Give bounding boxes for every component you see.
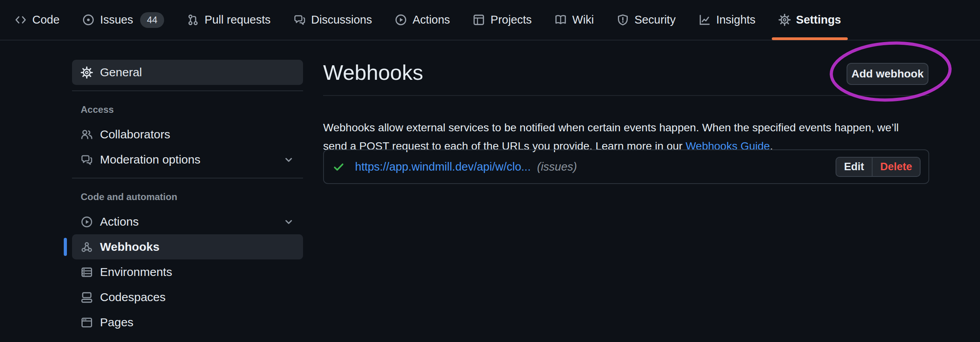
gear-icon [81, 66, 93, 79]
sidebar-item-actions[interactable]: Actions [72, 209, 303, 234]
sidebar-item-moderation-options[interactable]: Moderation options [72, 147, 303, 172]
tab-issues[interactable]: Issues 44 [82, 0, 164, 40]
title-divider [323, 95, 929, 96]
tab-insights[interactable]: Insights [699, 0, 756, 40]
check-icon [333, 161, 345, 173]
sidebar-item-webhooks-label: Webhooks [100, 240, 159, 254]
chevron-down-icon [283, 154, 294, 165]
sidebar-item-moderation-options-label: Moderation options [100, 153, 200, 166]
people-icon [81, 129, 93, 141]
sidebar-item-general[interactable]: General [72, 60, 303, 85]
webhook-icon [81, 241, 93, 253]
webhook-actions-group: Edit Delete [836, 157, 921, 177]
webhook-url-link[interactable]: https://app.windmill.dev/api/w/clo... [355, 160, 531, 173]
delete-webhook-button[interactable]: Delete [872, 158, 920, 176]
tab-pull-requests-label: Pull requests [205, 13, 271, 26]
tab-pull-requests[interactable]: Pull requests [187, 0, 271, 40]
tab-security[interactable]: Security [617, 0, 676, 40]
sidebar-section-code-and-automation: Code and automation [81, 190, 303, 204]
book-icon [555, 14, 567, 26]
sidebar-item-codespaces[interactable]: Codespaces [72, 285, 303, 310]
sidebar-item-environments-label: Environments [100, 265, 172, 279]
sidebar-item-actions-label: Actions [100, 215, 139, 228]
browser-icon [81, 316, 93, 329]
settings-sidebar: General Access Collaborators Moderation … [72, 60, 303, 335]
tab-insights-label: Insights [716, 13, 756, 26]
table-icon [473, 14, 485, 26]
issues-count-badge: 44 [140, 12, 164, 28]
sidebar-item-codespaces-label: Codespaces [100, 291, 166, 304]
tab-actions-label: Actions [412, 13, 450, 26]
tab-security-label: Security [634, 13, 676, 26]
page-title: Webhooks [323, 59, 423, 85]
tab-issues-label: Issues [100, 13, 133, 26]
webhook-events-label: (issues) [537, 160, 577, 173]
sidebar-item-general-label: General [100, 66, 142, 79]
chevron-down-icon [283, 216, 294, 228]
tab-actions[interactable]: Actions [395, 0, 450, 40]
tab-discussions[interactable]: Discussions [294, 0, 372, 40]
sidebar-item-environments[interactable]: Environments [72, 259, 303, 285]
tab-code-label: Code [32, 13, 59, 26]
sidebar-item-collaborators[interactable]: Collaborators [72, 122, 303, 147]
graph-icon [699, 14, 711, 26]
tab-projects-label: Projects [490, 13, 532, 26]
play-icon [81, 216, 93, 228]
sidebar-divider [72, 90, 303, 91]
codespaces-icon [81, 291, 93, 303]
tab-wiki-label: Wiki [572, 13, 594, 26]
description-line-1: Webhooks allow external services to be n… [323, 121, 899, 134]
git-pull-request-icon [187, 14, 199, 26]
webhook-list-item: https://app.windmill.dev/api/w/clo... (i… [323, 149, 929, 184]
sidebar-section-access: Access [81, 103, 303, 116]
tab-code[interactable]: Code [15, 0, 59, 40]
repo-nav: Code Issues 44 Pull requests Discussions… [0, 0, 980, 40]
gear-icon [778, 14, 791, 26]
sidebar-item-collaborators-label: Collaborators [100, 128, 170, 141]
sidebar-divider [72, 178, 303, 178]
tab-wiki[interactable]: Wiki [555, 0, 594, 40]
code-icon [15, 14, 27, 26]
sidebar-item-webhooks[interactable]: Webhooks [72, 234, 303, 259]
comment-discussion-icon [294, 14, 306, 26]
webhooks-main: Webhooks Add webhook Webhooks allow exte… [323, 40, 929, 342]
sidebar-item-pages[interactable]: Pages [72, 310, 303, 335]
shield-icon [617, 14, 629, 26]
edit-webhook-button[interactable]: Edit [836, 158, 872, 176]
issue-opened-icon [82, 14, 94, 26]
comment-discussion-icon [81, 154, 93, 166]
tab-discussions-label: Discussions [311, 13, 372, 26]
tab-projects[interactable]: Projects [473, 0, 532, 40]
server-icon [81, 266, 93, 278]
tab-settings[interactable]: Settings [778, 0, 841, 40]
sidebar-item-pages-label: Pages [100, 316, 133, 329]
add-webhook-button[interactable]: Add webhook [847, 63, 928, 85]
tab-settings-label: Settings [796, 13, 841, 26]
play-icon [395, 14, 407, 26]
